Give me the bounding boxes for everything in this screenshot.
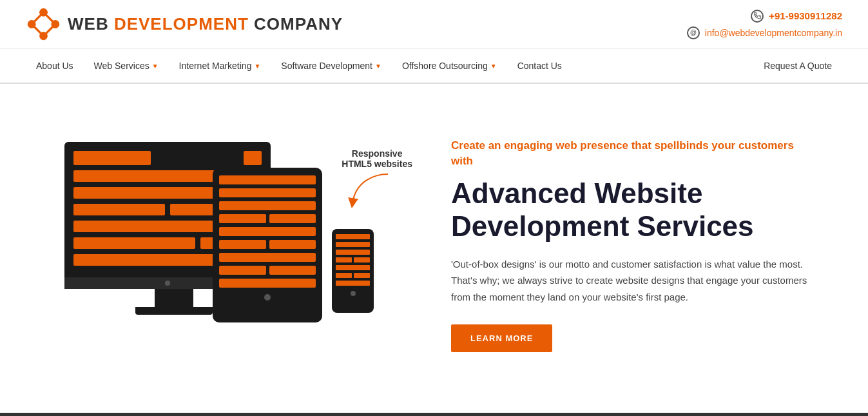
device-illustration: Responsive HTML5 websites	[64, 129, 412, 361]
phone-icon	[751, 10, 764, 23]
nav-offshore-outsourcing[interactable]: Offshore Outsourcing ▼	[392, 49, 507, 84]
responsive-label: Responsive HTML5 websites	[342, 148, 412, 169]
hero-subtitle: Create an engaging web presence that spe…	[451, 138, 812, 169]
logo-icon	[26, 6, 61, 42]
hero-description: 'Out-of-box designs' is our motto and cu…	[451, 256, 812, 306]
logo-area[interactable]: WEB DEVELOPMENT COMPANY	[26, 6, 343, 42]
hero-section: Responsive HTML5 websites Create an enga…	[0, 84, 868, 406]
nav-request-quote[interactable]: Request A Quote	[753, 49, 842, 84]
learn-more-button[interactable]: LEARN MORE	[451, 324, 552, 352]
navbar: About Us Web Services ▼ Internet Marketi…	[0, 49, 868, 84]
svg-line-7	[44, 25, 55, 36]
logo-text: WEB DEVELOPMENT COMPANY	[68, 14, 343, 34]
phone-number[interactable]: +91-9930911282	[769, 10, 842, 21]
nav-internet-marketing[interactable]: Internet Marketing ▼	[169, 49, 271, 84]
svg-line-6	[32, 25, 43, 36]
email-line: @ info@webdevelopmentcompany.in	[687, 26, 842, 39]
nav-contact-us[interactable]: Contact Us	[507, 49, 572, 84]
hero-text: Create an engaging web presence that spe…	[451, 138, 812, 352]
chevron-down-icon: ▼	[152, 63, 159, 70]
bottom-strip	[0, 413, 868, 416]
email-address[interactable]: info@webdevelopmentcompany.in	[705, 28, 842, 38]
tablet-graphic	[213, 168, 322, 322]
chevron-down-icon: ▼	[490, 63, 497, 70]
email-icon: @	[687, 26, 700, 39]
chevron-down-icon: ▼	[375, 63, 381, 70]
svg-line-4	[32, 12, 43, 24]
chevron-down-icon: ▼	[254, 63, 260, 70]
nav-web-services[interactable]: Web Services ▼	[84, 49, 169, 84]
contact-info: +91-9930911282 @ info@webdevelopmentcomp…	[687, 10, 842, 39]
nav-about-us[interactable]: About Us	[26, 49, 84, 84]
header: WEB DEVELOPMENT COMPANY +91-9930911282 @…	[0, 0, 868, 49]
svg-line-5	[44, 12, 55, 24]
phone-line: +91-9930911282	[751, 10, 842, 23]
nav-software-development[interactable]: Software Development ▼	[271, 49, 392, 84]
hero-title: Advanced Website Development Services	[451, 177, 812, 243]
phone-graphic	[332, 229, 374, 313]
arrow-graphic	[343, 168, 401, 219]
